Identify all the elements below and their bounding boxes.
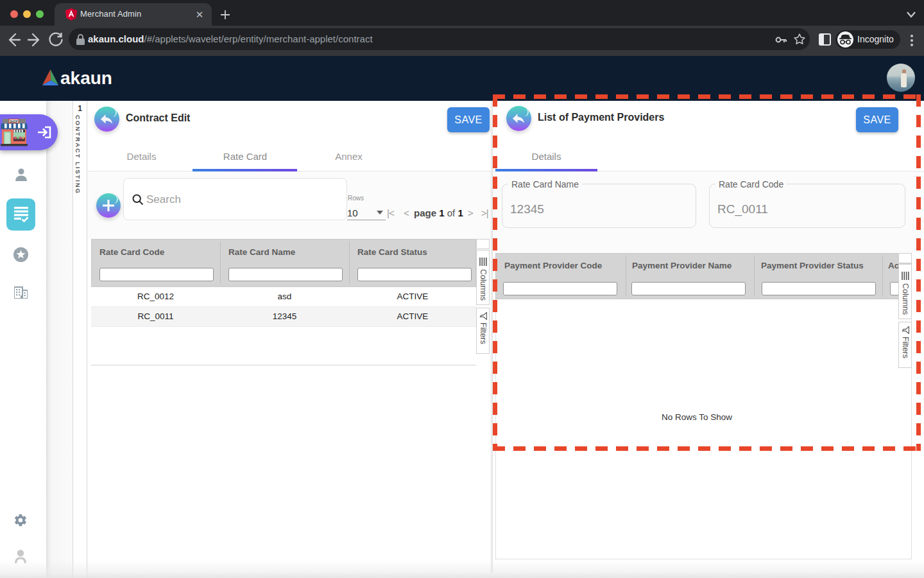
svg-text:SHOP: SHOP [10,120,18,123]
